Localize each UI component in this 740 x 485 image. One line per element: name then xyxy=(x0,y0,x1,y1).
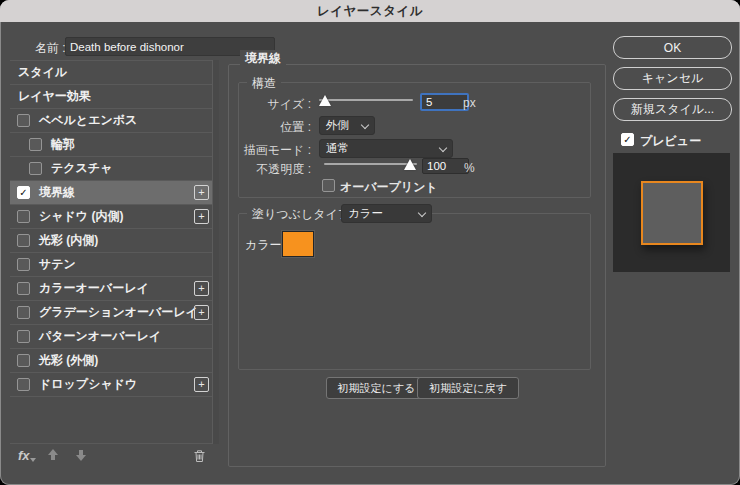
sidebar-item-10[interactable]: グラデーションオーバーレイ+ xyxy=(10,301,212,325)
cancel-button[interactable]: キャンセル xyxy=(613,67,732,90)
layer-style-dialog: レイヤースタイル 名前 : スタイルレイヤー効果ベベルとエンボス輪郭テクスチャ境… xyxy=(0,0,740,485)
opacity-slider-thumb[interactable] xyxy=(404,159,416,170)
add-effect-instance-button[interactable]: + xyxy=(194,305,209,320)
size-unit: px xyxy=(463,96,476,110)
sidebar-item-label: グラデーションオーバーレイ xyxy=(39,304,198,321)
structure-legend: 構造 xyxy=(247,75,281,92)
sidebar-item-label: ベベルとエンボス xyxy=(39,112,137,129)
opacity-unit: % xyxy=(464,161,475,175)
size-slider-track[interactable] xyxy=(319,99,413,101)
size-input[interactable] xyxy=(420,93,469,111)
sidebar-item-1[interactable]: レイヤー効果 xyxy=(10,85,212,109)
ok-button[interactable]: OK xyxy=(613,36,732,59)
sidebar-item-label: パターンオーバーレイ xyxy=(39,328,161,345)
make-default-button[interactable]: 初期設定にする xyxy=(326,377,427,399)
move-effect-down-icon[interactable] xyxy=(76,449,86,461)
delete-effect-icon[interactable] xyxy=(193,449,206,467)
sidebar-item-0[interactable]: スタイル xyxy=(10,61,212,85)
overprint-label: オーバープリント xyxy=(340,179,438,196)
size-label: サイズ : xyxy=(230,96,311,113)
effect-checkbox[interactable] xyxy=(17,378,30,391)
dialog-title-bar: レイヤースタイル xyxy=(0,0,740,22)
sidebar-item-label: 輪郭 xyxy=(51,136,75,153)
sidebar-item-label: ドロップシャドウ xyxy=(39,376,137,393)
add-effect-instance-button[interactable]: + xyxy=(194,377,209,392)
preview-checkbox[interactable] xyxy=(621,133,634,146)
position-dropdown[interactable]: 外側 xyxy=(319,116,375,135)
sidebar-item-label: シャドウ (内側) xyxy=(39,208,123,225)
sidebar-item-label: 光彩 (外側) xyxy=(39,352,98,369)
move-effect-up-icon[interactable] xyxy=(48,449,58,461)
sidebar-item-13[interactable]: ドロップシャドウ+ xyxy=(10,373,212,397)
sidebar-item-4[interactable]: テクスチャ xyxy=(10,157,212,181)
style-preview-thumbnail xyxy=(613,153,730,272)
effect-checkbox[interactable] xyxy=(17,330,30,343)
sidebar-item-6[interactable]: シャドウ (内側)+ xyxy=(10,205,212,229)
sidebar-item-12[interactable]: 光彩 (外側) xyxy=(10,349,212,373)
chevron-down-icon xyxy=(440,145,447,152)
effect-checkbox[interactable] xyxy=(17,282,30,295)
effect-checkbox[interactable] xyxy=(17,114,30,127)
name-label: 名前 : xyxy=(35,40,66,57)
effect-checkbox[interactable] xyxy=(17,186,30,199)
effects-sidebar: スタイルレイヤー効果ベベルとエンボス輪郭テクスチャ境界線+シャドウ (内側)+光… xyxy=(10,60,219,466)
size-slider[interactable] xyxy=(319,94,413,108)
add-effect-instance-button[interactable]: + xyxy=(194,281,209,296)
screenshot-stage: レイヤースタイル 名前 : スタイルレイヤー効果ベベルとエンボス輪郭テクスチャ境… xyxy=(0,0,740,485)
dialog-title: レイヤースタイル xyxy=(317,3,423,20)
blend-mode-value: 通常 xyxy=(326,141,349,156)
opacity-input[interactable] xyxy=(422,158,469,174)
sidebar-item-2[interactable]: ベベルとエンボス xyxy=(10,109,212,133)
sidebar-item-label: レイヤー効果 xyxy=(18,88,91,105)
sidebar-scrollbar[interactable] xyxy=(212,60,219,444)
effects-list: スタイルレイヤー効果ベベルとエンボス輪郭テクスチャ境界線+シャドウ (内側)+光… xyxy=(10,60,212,397)
effect-checkbox[interactable] xyxy=(17,234,30,247)
preview-label: プレビュー xyxy=(640,133,701,150)
chevron-down-icon xyxy=(419,210,426,217)
sidebar-item-label: カラーオーバーレイ xyxy=(39,280,149,297)
sidebar-item-5[interactable]: 境界線+ xyxy=(10,181,212,205)
effect-checkbox[interactable] xyxy=(17,258,30,271)
opacity-slider-track[interactable] xyxy=(324,163,417,165)
sidebar-item-7[interactable]: 光彩 (内側) xyxy=(10,229,212,253)
new-style-button[interactable]: 新規スタイル... xyxy=(613,98,732,121)
reset-default-button[interactable]: 初期設定に戻す xyxy=(417,377,519,399)
effect-checkbox[interactable] xyxy=(29,162,42,175)
add-effect-instance-button[interactable]: + xyxy=(194,185,209,200)
sidebar-item-8[interactable]: サテン xyxy=(10,253,212,277)
sidebar-item-9[interactable]: カラーオーバーレイ+ xyxy=(10,277,212,301)
opacity-slider[interactable] xyxy=(324,158,417,172)
stroke-color-swatch[interactable] xyxy=(282,231,314,257)
fill-type-value: カラー xyxy=(348,206,383,221)
effect-checkbox[interactable] xyxy=(29,138,42,151)
sidebar-item-label: スタイル xyxy=(18,64,67,81)
sidebar-item-label: テクスチャ xyxy=(51,160,112,177)
preview-stroke-square xyxy=(641,181,703,245)
opacity-label: 不透明度 : xyxy=(230,161,311,178)
sidebar-footer: fx xyxy=(10,443,212,466)
sidebar-item-label: サテン xyxy=(39,256,76,273)
fx-menu-button[interactable]: fx xyxy=(18,448,30,463)
sidebar-item-label: 境界線 xyxy=(39,184,75,201)
panel-title: 境界線 xyxy=(240,50,286,67)
fill-type-dropdown[interactable]: カラー xyxy=(341,204,432,223)
effect-checkbox[interactable] xyxy=(17,306,30,319)
sidebar-item-label: 光彩 (内側) xyxy=(39,232,98,249)
sidebar-item-3[interactable]: 輪郭 xyxy=(10,133,212,157)
chevron-down-icon xyxy=(362,122,369,129)
add-effect-instance-button[interactable]: + xyxy=(194,209,209,224)
overprint-checkbox[interactable] xyxy=(322,179,335,192)
size-slider-thumb[interactable] xyxy=(319,95,331,106)
effect-checkbox[interactable] xyxy=(17,210,30,223)
position-label: 位置 : xyxy=(230,119,311,136)
effect-checkbox[interactable] xyxy=(17,354,30,367)
position-value: 外側 xyxy=(326,118,349,133)
blend-mode-label: 描画モード : xyxy=(230,142,311,159)
blend-mode-dropdown[interactable]: 通常 xyxy=(319,139,453,158)
sidebar-item-11[interactable]: パターンオーバーレイ xyxy=(10,325,212,349)
